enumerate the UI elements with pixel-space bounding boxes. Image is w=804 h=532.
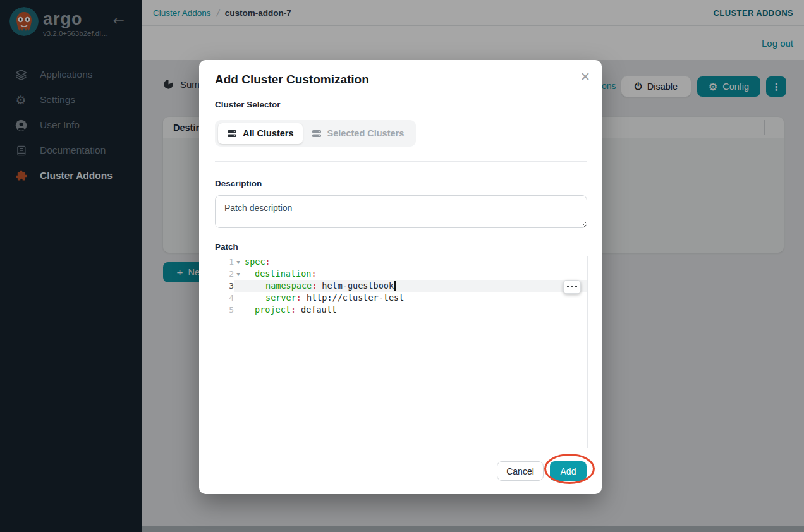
yaml-key: server: [265, 293, 296, 303]
line-number: 2: [215, 268, 234, 280]
server-stack-icon: [227, 129, 237, 138]
patch-label: Patch: [215, 242, 238, 251]
yaml-key: project: [255, 305, 291, 315]
cluster-selector-tabs: All Clusters Selected Clusters: [215, 120, 416, 147]
close-icon[interactable]: ✕: [580, 70, 590, 83]
yaml-colon: :: [311, 269, 316, 279]
yaml-colon: :: [312, 281, 317, 291]
section-divider: [215, 161, 587, 162]
code-line-active[interactable]: 3 namespace:helm-guestbook: [215, 280, 587, 292]
modal-title: Add Cluster Customization: [215, 73, 369, 87]
yaml-key: namespace: [265, 281, 312, 291]
yaml-value: helm-guestbook: [322, 281, 394, 291]
tab-all-clusters[interactable]: All Clusters: [218, 123, 303, 144]
patch-code-editor[interactable]: 1 ▼spec: 2 ▼destination: 3 namespace:hel…: [215, 256, 588, 448]
line-number: 4: [215, 292, 234, 304]
description-label: Description: [215, 179, 262, 188]
add-button[interactable]: Add: [550, 461, 587, 481]
yaml-colon: :: [265, 257, 271, 267]
fold-spacer: [234, 298, 243, 299]
yaml-colon: :: [291, 305, 296, 315]
fold-spacer: [234, 310, 243, 311]
tab-selected-clusters[interactable]: Selected Clusters: [303, 123, 413, 144]
fold-arrow-icon[interactable]: ▼: [234, 255, 243, 269]
fold-arrow-icon[interactable]: ▼: [234, 267, 243, 281]
tab-label: Selected Clusters: [327, 128, 405, 138]
ellipsis-icon[interactable]: [563, 280, 581, 294]
code-line[interactable]: 1 ▼spec:: [215, 256, 587, 268]
cluster-selector-label: Cluster Selector: [215, 100, 281, 109]
yaml-value: http://cluster-test: [307, 293, 404, 303]
add-cluster-customization-modal: Add Cluster Customization ✕ Cluster Sele…: [199, 60, 602, 494]
line-number: 1: [215, 256, 234, 268]
yaml-key: spec: [245, 257, 265, 267]
cancel-button[interactable]: Cancel: [497, 461, 544, 481]
yaml-key: destination: [255, 269, 311, 279]
modal-footer: Cancel Add: [497, 461, 587, 481]
tab-label: All Clusters: [243, 128, 294, 138]
yaml-value: default: [301, 305, 337, 315]
text-cursor: [394, 281, 396, 291]
line-number: 5: [215, 304, 234, 316]
line-number: 3: [215, 280, 234, 292]
fold-spacer: [234, 286, 243, 287]
code-line[interactable]: 2 ▼destination:: [215, 268, 587, 280]
code-line[interactable]: 4 server:http://cluster-test: [215, 292, 587, 304]
server-stack-icon: [312, 129, 322, 138]
code-line[interactable]: 5 project:default: [215, 304, 587, 316]
yaml-colon: :: [296, 293, 302, 303]
description-input[interactable]: Patch description: [215, 195, 587, 228]
